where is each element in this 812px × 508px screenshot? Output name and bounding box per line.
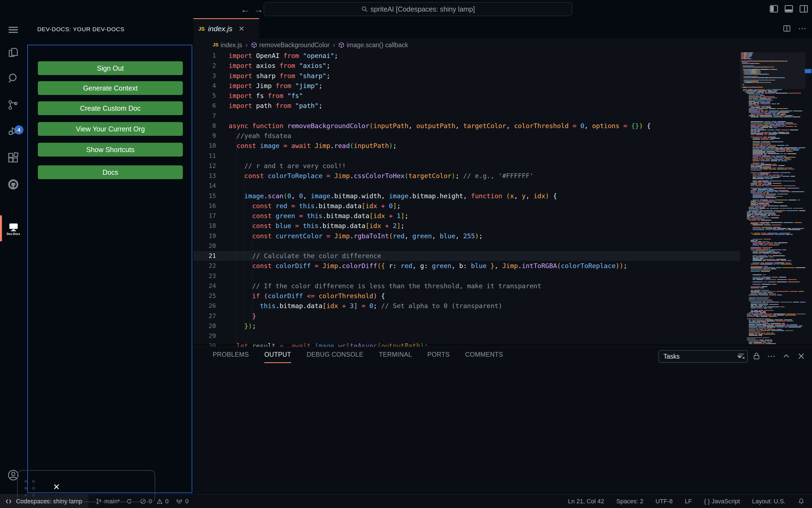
- dev-docs-icon[interactable]: [8, 223, 18, 231]
- code-line: 23: [193, 271, 740, 281]
- panel-tab-debug-console[interactable]: DEBUG CONSOLE: [307, 351, 363, 363]
- status-right-items: Ln 21, Col 42 Spaces: 2 UTF-8 LF { } Jav…: [568, 498, 812, 505]
- line-number: 10: [193, 141, 216, 151]
- breadcrumb-item[interactable]: JSindex.js: [213, 41, 242, 49]
- code-line: 13 const colorToReplace = Jimp.cssColorT…: [193, 171, 740, 181]
- command-center-search[interactable]: spriteAI [Codespaces: shiny lamp]: [264, 2, 572, 16]
- javascript-file-icon: JS: [198, 26, 205, 32]
- panel-tab-problems[interactable]: PROBLEMS: [213, 351, 249, 363]
- ports-item[interactable]: 0: [176, 498, 188, 505]
- search-sidebar-icon[interactable]: [7, 72, 19, 84]
- overview-ruler-cursor-marker: [805, 69, 811, 73]
- tab-index-js[interactable]: JS index.js ✕: [193, 18, 259, 39]
- search-value: spriteAI [Codespaces: shiny lamp]: [371, 5, 475, 13]
- cursor-position[interactable]: Ln 21, Col 42: [568, 498, 604, 505]
- line-number: 16: [193, 201, 216, 211]
- toggle-sidebar-icon[interactable]: [769, 4, 779, 14]
- line-number: 1: [193, 51, 216, 61]
- sidebar-button-docs[interactable]: Docs: [38, 165, 183, 179]
- more-actions-icon[interactable]: ⋯: [798, 24, 807, 33]
- line-number: 5: [193, 91, 216, 101]
- language-mode[interactable]: { } JavaScript: [704, 498, 740, 505]
- maximize-panel-icon[interactable]: [782, 352, 790, 360]
- line-number: 28: [193, 321, 216, 331]
- encoding[interactable]: UTF-8: [655, 498, 673, 505]
- line-number: 24: [193, 281, 216, 291]
- sidebar-dev-docs: DEV-DOCS: YOUR DEV-DOCS Sign OutGenerate…: [27, 18, 193, 494]
- keyboard-layout[interactable]: Layout: U.S.: [752, 498, 785, 505]
- toggle-panel-icon[interactable]: [784, 4, 794, 14]
- code-line: 16 const red = this.bitmap.data[idx + 0]…: [193, 201, 740, 211]
- sidebar-button-show-shortcuts[interactable]: Show Shortcuts: [38, 143, 183, 157]
- close-panel-icon[interactable]: [797, 352, 805, 360]
- run-debug-icon[interactable]: [7, 125, 19, 137]
- code-line: 25 if (colorDiff <= colorThreshold) {: [193, 291, 740, 301]
- line-number: 20: [193, 241, 216, 251]
- minimap[interactable]: [740, 52, 805, 347]
- line-number: 6: [193, 101, 216, 111]
- clear-output-icon[interactable]: [737, 352, 746, 360]
- split-editor-icon[interactable]: [783, 24, 791, 33]
- radio-tower-icon: [176, 498, 183, 505]
- breadcrumb-item[interactable]: removeBackgroundColor: [251, 41, 329, 49]
- sidebar-button-sign-out[interactable]: Sign Out: [38, 61, 183, 75]
- line-number: 22: [193, 261, 216, 271]
- breadcrumb-item[interactable]: image.scan() callback: [338, 41, 408, 49]
- eol-sequence[interactable]: LF: [685, 498, 692, 505]
- output-channel-value: Tasks: [663, 353, 680, 360]
- line-number: 17: [193, 211, 216, 221]
- panel-actions: ⋯: [737, 352, 805, 360]
- line-number: 3: [193, 71, 216, 81]
- sidebar-button-view-your-current-org[interactable]: View Your Current Org: [38, 122, 183, 136]
- source-control-icon[interactable]: [7, 99, 19, 111]
- breadcrumbs: JSindex.js›removeBackgroundColor›image.s…: [213, 39, 408, 51]
- line-number: 26: [193, 301, 216, 311]
- remote-icon: [5, 498, 12, 505]
- github-icon[interactable]: [7, 178, 19, 190]
- widget-close-icon[interactable]: ✕: [53, 482, 60, 492]
- code-line: 20: [193, 241, 740, 251]
- panel-tab-output[interactable]: OUTPUT: [264, 351, 291, 363]
- breadcrumb-label: index.js: [221, 41, 242, 49]
- code-line: 26 this.bitmap.data[idx + 3] = 0; // Set…: [193, 301, 740, 311]
- line-number: 14: [193, 181, 216, 191]
- line-number: 2: [193, 61, 216, 71]
- minimap-slider[interactable]: [740, 52, 805, 89]
- braces-icon: { }: [704, 498, 710, 505]
- code-line: 6import path from "path";: [193, 101, 740, 111]
- back-arrow-icon[interactable]: ←: [240, 4, 251, 15]
- active-item-indicator: [0, 215, 2, 241]
- code-line: 5import fs from "fs": [193, 91, 740, 101]
- panel-tab-comments[interactable]: COMMENTS: [465, 351, 503, 363]
- line-number: 27: [193, 311, 216, 321]
- explorer-icon[interactable]: [7, 46, 19, 58]
- symbol-namespace-icon: [251, 42, 257, 48]
- sidebar-button-create-custom-doc[interactable]: Create Custom Doc: [38, 101, 183, 115]
- panel-tab-ports[interactable]: PORTS: [427, 351, 450, 363]
- indentation[interactable]: Spaces: 2: [616, 498, 643, 505]
- code-line: 29: [193, 331, 740, 341]
- warnings-count: 0: [165, 498, 168, 505]
- code-line: 24 // If the color difference is less th…: [193, 281, 740, 291]
- line-number: 15: [193, 191, 216, 201]
- lock-icon[interactable]: [752, 352, 761, 360]
- panel-more-icon[interactable]: ⋯: [767, 352, 776, 360]
- menu-icon[interactable]: [7, 24, 19, 36]
- editor-actions: ⋯: [783, 24, 807, 33]
- drag-grip-dot: [32, 480, 35, 483]
- code-line: 3import sharp from "sharp";: [193, 71, 740, 81]
- extensions-icon[interactable]: [7, 152, 19, 164]
- floating-widget-frame: [17, 470, 155, 502]
- notifications-bell-icon[interactable]: [798, 498, 805, 505]
- line-number: 25: [193, 291, 216, 301]
- breadcrumb-separator: ›: [245, 41, 248, 49]
- tab-close-icon[interactable]: ✕: [238, 25, 244, 33]
- forward-arrow-icon[interactable]: →: [253, 4, 264, 15]
- sidebar-button-generate-context[interactable]: Generate Context: [38, 81, 183, 95]
- javascript-file-icon: JS: [213, 42, 218, 48]
- toggle-secondary-sidebar-icon[interactable]: [799, 4, 809, 14]
- output-channel-select[interactable]: Tasks: [658, 350, 748, 363]
- title-bar: ← → spriteAI [Codespaces: shiny lamp]: [0, 0, 812, 18]
- panel-tab-terminal[interactable]: TERMINAL: [379, 351, 412, 363]
- breadcrumb-separator: ›: [332, 41, 335, 49]
